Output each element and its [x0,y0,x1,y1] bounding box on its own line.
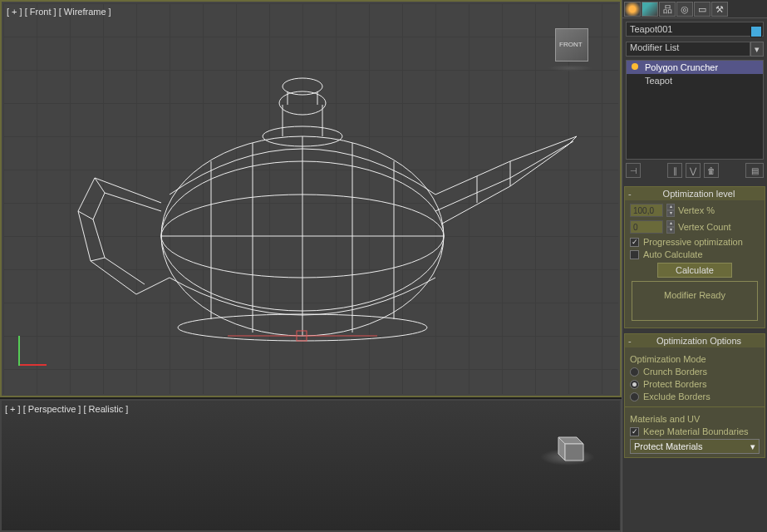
axis-x [18,364,47,366]
viewport-bg [2,401,620,530]
display-tab-icon[interactable]: ▭ [694,2,710,17]
progressive-optimization-checkbox[interactable]: Progressive optimization [630,237,760,247]
show-end-result-icon[interactable]: ∥ [667,163,682,178]
motion-tab-icon[interactable]: ◎ [676,2,693,17]
viewport-front[interactable]: [ + ] [ Front ] [ Wireframe ] [0,0,622,397]
viewcube-perspective[interactable] [548,426,587,464]
object-color-swatch[interactable] [750,26,762,37]
modifier-list-row: Modifier List ▾ [626,42,764,57]
svg-marker-22 [565,444,583,461]
keep-material-boundaries-checkbox[interactable]: Keep Material Boundaries [630,426,760,436]
collapse-icon: - [628,336,637,346]
remove-modifier-icon[interactable]: 🗑 [704,163,719,178]
viewport-name-menu[interactable]: [ Perspective ] [23,404,81,414]
viewport-plus-menu[interactable]: [ + ] [7,7,22,17]
viewport-plus-menu[interactable]: [ + ] [5,404,21,414]
object-name-input[interactable] [626,22,764,37]
viewport-name-menu[interactable]: [ Front ] [25,7,57,17]
radio-icon [630,392,639,401]
spinner-buttons[interactable]: ▴▾ [666,204,675,217]
stack-item-teapot[interactable]: Teapot [627,74,763,87]
chevron-down-icon: ▾ [750,441,755,452]
viewport-area: [ + ] [ Front ] [ Wireframe ] [ + ] [ Pe… [0,0,622,532]
viewport-mode-menu[interactable]: [ Wireframe ] [59,7,111,17]
rollup-optimization-level: - Optimization level ▴▾ Vertex % ▴▾ Vert… [624,186,765,328]
calculate-button[interactable]: Calculate [657,263,732,278]
mode-protect-borders-radio[interactable]: Protect Borders [630,379,760,389]
stack-item-label: Polygon Cruncher [645,62,718,72]
checkbox-icon [630,427,639,436]
stack-item-label: Teapot [645,76,672,86]
optimization-mode-group: Optimization Mode [630,354,760,364]
viewport-perspective[interactable]: [ + ] [ Perspective ] [ Realistic ] [0,399,622,532]
axis-y [18,336,20,366]
viewcube-shadow [548,65,593,71]
stack-toolbar: ⊣ ∥ ⋁ 🗑 ▤ [626,163,764,178]
materials-uv-group: Materials and UV [630,414,760,424]
utilities-tab-icon[interactable]: ⚒ [711,2,728,17]
vertex-percent-label: Vertex % [678,205,715,215]
rollup-optimization-options: - Optimization Options Optimization Mode… [624,333,765,458]
make-unique-icon[interactable]: ⋁ [686,163,701,178]
axis-gizmo [18,336,52,369]
viewcube-front[interactable] [555,28,588,62]
checkbox-icon [630,250,639,259]
vertex-count-label: Vertex Count [678,222,731,232]
collapse-icon: - [628,189,637,199]
vertex-count-input[interactable] [630,220,663,234]
viewport-mode-menu[interactable]: [ Realistic ] [83,404,128,414]
modifier-stack[interactable]: Polygon Cruncher Teapot [626,60,764,160]
rollup-title: Optimization level [637,189,761,199]
object-name-row [622,18,767,40]
rollup-header[interactable]: - Optimization level [625,187,765,200]
command-panel: 品 ◎ ▭ ⚒ Modifier List ▾ Polygon Cruncher… [622,0,767,532]
vertex-percent-input[interactable] [630,204,663,217]
rollup-title: Optimization Options [637,336,761,346]
viewport-label-top: [ + ] [ Front ] [ Wireframe ] [7,7,111,17]
create-tab-icon[interactable] [624,2,641,17]
radio-icon [630,380,639,389]
modifier-list-dropdown[interactable]: Modifier List [626,42,750,57]
stack-item-polygon-cruncher[interactable]: Polygon Cruncher [627,61,763,74]
radio-icon [630,367,639,377]
protect-materials-dropdown[interactable]: Protect Materials ▾ [630,439,760,454]
rollup-header[interactable]: - Optimization Options [625,334,765,347]
checkbox-icon [630,238,639,247]
modify-tab-icon[interactable] [642,2,658,17]
mode-crunch-borders-radio[interactable]: Crunch Borders [630,367,760,377]
bulb-icon[interactable] [632,63,638,70]
modifier-ready-status: Modifier Ready [632,281,758,321]
gridlines [3,3,618,394]
auto-calculate-checkbox[interactable]: Auto Calculate [630,249,760,259]
dropdown-arrow-icon[interactable]: ▾ [750,42,764,57]
spinner-buttons[interactable]: ▴▾ [666,220,675,234]
viewport-label-bottom: [ + ] [ Perspective ] [ Realistic ] [5,404,128,414]
pin-stack-icon[interactable]: ⊣ [626,163,641,178]
mode-exclude-borders-radio[interactable]: Exclude Borders [630,392,760,401]
viewport-grid [3,3,618,394]
command-panel-tabs: 品 ◎ ▭ ⚒ [622,0,767,18]
hierarchy-tab-icon[interactable]: 品 [659,2,676,17]
configure-sets-icon[interactable]: ▤ [745,163,764,178]
